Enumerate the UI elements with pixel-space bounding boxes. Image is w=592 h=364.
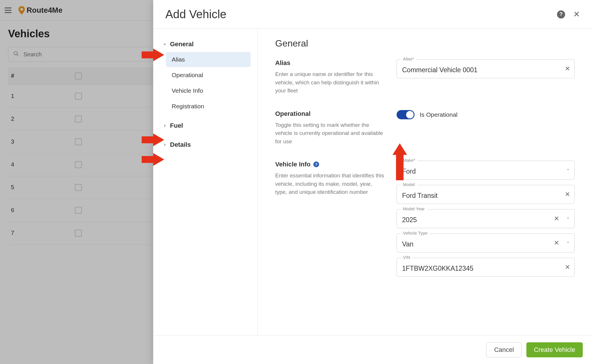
chevron-down-icon xyxy=(566,168,570,173)
sidebar-item-vehicle-info[interactable]: Vehicle Info xyxy=(166,83,251,98)
help-icon[interactable]: ? xyxy=(557,10,565,18)
make-select[interactable]: Ford xyxy=(397,161,575,180)
operational-toggle[interactable] xyxy=(397,110,415,119)
modal-sidebar: General Alias Operational Vehicle Info R… xyxy=(153,29,258,335)
clear-icon[interactable]: ✕ xyxy=(565,65,570,73)
type-label: Vehicle Type xyxy=(401,231,430,235)
alias-desc: Enter a unique name or identifier for th… xyxy=(275,70,385,95)
sidebar-item-registration[interactable]: Registration xyxy=(166,99,251,114)
year-select[interactable]: 2025 xyxy=(397,209,575,228)
alias-input[interactable] xyxy=(397,59,575,78)
close-icon[interactable]: ✕ xyxy=(573,10,580,19)
annotation-arrow-icon xyxy=(142,153,164,166)
annotation-arrow-icon xyxy=(393,143,407,180)
model-label: Model xyxy=(401,182,417,187)
chevron-down-icon xyxy=(162,42,167,47)
help-icon[interactable]: ? xyxy=(313,161,319,167)
model-input[interactable] xyxy=(397,185,575,204)
type-select[interactable]: Van xyxy=(397,233,575,252)
vehicle-info-desc: Enter essential information that identif… xyxy=(275,172,385,196)
modal-footer: Cancel Create Vehicle xyxy=(153,335,592,364)
operational-toggle-label: Is Operational xyxy=(420,111,458,118)
clear-icon[interactable]: ✕ xyxy=(554,239,559,247)
sidebar-section-fuel[interactable]: Fuel xyxy=(160,118,251,133)
vin-label: VIN xyxy=(401,255,412,260)
vin-input[interactable] xyxy=(397,258,575,277)
cancel-button[interactable]: Cancel xyxy=(486,342,521,357)
add-vehicle-modal: Add Vehicle ? ✕ General Alias Operationa… xyxy=(153,0,592,364)
sidebar-section-general[interactable]: General xyxy=(160,37,251,51)
chevron-right-icon xyxy=(162,123,167,128)
modal-header: Add Vehicle ? ✕ xyxy=(153,0,592,29)
sidebar-item-alias[interactable]: Alias xyxy=(166,52,251,67)
alias-heading: Alias xyxy=(275,59,385,67)
create-vehicle-button[interactable]: Create Vehicle xyxy=(526,342,583,357)
sidebar-section-details[interactable]: Details xyxy=(160,138,251,152)
clear-icon[interactable]: ✕ xyxy=(565,191,570,198)
operational-desc: Toggle this setting to mark whether the … xyxy=(275,121,385,146)
clear-icon[interactable]: ✕ xyxy=(554,215,559,222)
alias-label: Alias* xyxy=(401,56,416,61)
vehicle-info-heading: Vehicle Info ? xyxy=(275,161,385,168)
clear-icon[interactable]: ✕ xyxy=(565,263,570,271)
chevron-down-icon xyxy=(566,240,570,246)
year-label: Model Year xyxy=(401,206,427,211)
operational-heading: Operational xyxy=(275,110,385,118)
chevron-down-icon xyxy=(566,216,570,221)
sidebar-item-operational[interactable]: Operational xyxy=(166,68,251,83)
annotation-arrow-icon xyxy=(142,49,164,61)
annotation-arrow-icon xyxy=(142,133,164,146)
modal-main: General Alias Enter a unique name or ide… xyxy=(258,29,592,335)
section-title: General xyxy=(275,38,575,49)
modal-title: Add Vehicle xyxy=(165,8,226,21)
